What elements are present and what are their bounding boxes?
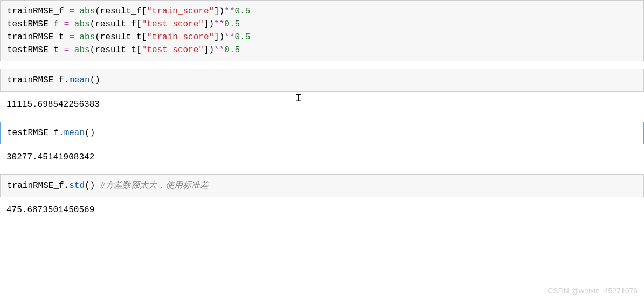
cell-output: 30277.45141908342 [0, 145, 644, 174]
code-token: ]) [214, 32, 224, 42]
code-line[interactable]: trainRMSE_f = abs(result_f["train_score"… [7, 5, 637, 18]
code-token: testRMSE_f [7, 19, 64, 29]
jupyter-notebook: trainRMSE_f = abs(result_f["train_score"… [0, 0, 644, 227]
code-token: ]) [214, 6, 224, 16]
code-token: ** [214, 19, 224, 29]
code-token [74, 32, 80, 42]
cell-separator [0, 62, 644, 69]
code-token: = [64, 45, 70, 55]
code-token: () [90, 75, 100, 85]
code-token: (result_f[ [90, 19, 142, 29]
code-token: "test_score" [142, 45, 204, 55]
code-token: mean [64, 128, 85, 138]
code-token: = [69, 6, 74, 16]
code-token: ]) [204, 19, 214, 29]
code-token: testRMSE_f. [7, 128, 64, 138]
code-token: abs [74, 19, 90, 29]
code-line[interactable]: trainRMSE_f.std() #方差数额太大，使用标准差 [7, 179, 637, 192]
code-token: abs [79, 32, 95, 42]
code-token: = [69, 32, 74, 42]
code-token: (result_t[ [90, 45, 142, 55]
code-token: (result_t[ [95, 32, 147, 42]
code-token: ** [214, 45, 224, 55]
cell-output: 11115.698542256383 [0, 93, 644, 122]
code-token: () [85, 181, 100, 191]
code-token: trainRMSE_t [7, 32, 69, 42]
code-cell-input[interactable]: trainRMSE_f = abs(result_f["train_score"… [0, 0, 644, 61]
code-token: testRMSE_t [7, 45, 64, 55]
code-token: ]) [204, 45, 214, 55]
code-token: #方差数额太大，使用标准差 [100, 181, 209, 191]
cell-output: 475.6873501450569 [0, 198, 644, 227]
code-token: "train_score" [147, 32, 214, 42]
code-line[interactable]: trainRMSE_t = abs(result_t["train_score"… [7, 31, 637, 44]
watermark-text: CSDN @weixin_45271076 [548, 285, 638, 297]
code-token: ** [224, 32, 234, 42]
code-token: "test_score" [142, 19, 204, 29]
code-token: 0.5 [235, 32, 251, 42]
code-line[interactable]: testRMSE_f.mean() [7, 127, 637, 139]
code-cell-input[interactable]: trainRMSE_f.mean() [0, 69, 644, 92]
code-token: 0.5 [235, 6, 251, 16]
code-token: = [64, 19, 70, 29]
code-token: 0.5 [224, 19, 240, 29]
code-line[interactable]: testRMSE_f = abs(result_f["test_score"])… [7, 18, 637, 31]
code-token: "train_score" [147, 6, 214, 16]
code-line[interactable]: trainRMSE_f.mean() [7, 74, 637, 87]
code-token [69, 45, 74, 55]
code-line[interactable]: testRMSE_t = abs(result_t["test_score"])… [7, 44, 637, 57]
code-token: abs [79, 6, 95, 16]
code-token: () [85, 128, 95, 138]
code-token [74, 6, 80, 16]
code-token: trainRMSE_f [7, 6, 69, 16]
code-cell-input[interactable]: testRMSE_f.mean() [0, 122, 644, 144]
code-cell-input[interactable]: trainRMSE_f.std() #方差数额太大，使用标准差 [0, 174, 644, 197]
code-token: mean [69, 75, 89, 85]
code-token: (result_f[ [95, 6, 147, 16]
code-token: 0.5 [224, 45, 240, 55]
code-token: ** [224, 6, 234, 16]
code-token: abs [74, 45, 90, 55]
code-token: std [69, 181, 85, 191]
code-token [69, 19, 74, 29]
code-token: trainRMSE_f. [7, 75, 69, 85]
code-token: trainRMSE_f. [7, 181, 69, 191]
